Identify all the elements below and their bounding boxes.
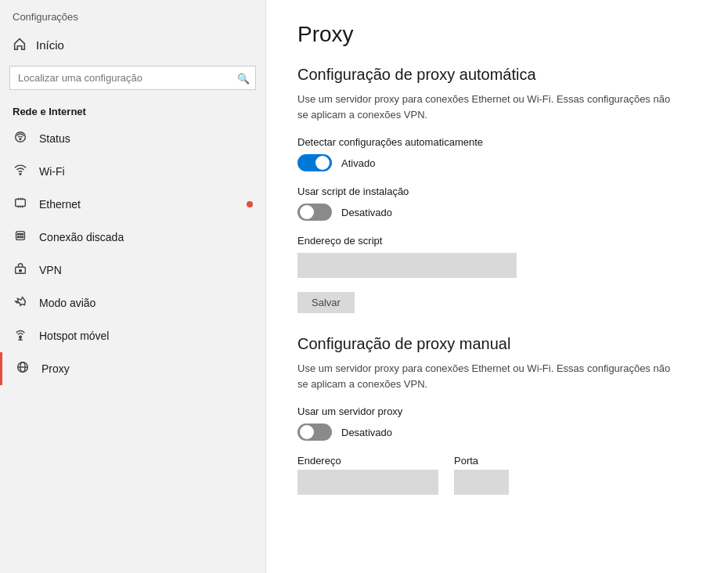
script-toggle-row: Desativado (297, 204, 697, 221)
svg-point-5 (17, 233, 19, 235)
sidebar-item-vpn-label: VPN (39, 264, 62, 276)
ethernet-dot-indicator (247, 201, 253, 207)
main-content: Proxy Configuração de proxy automática U… (266, 0, 728, 573)
detect-toggle-text: Ativado (341, 157, 375, 169)
manual-section-title: Configuração de proxy manual (297, 335, 697, 353)
script-address-label: Endereço de script (297, 235, 697, 247)
svg-point-7 (22, 233, 23, 235)
port-label: Porta (454, 455, 509, 467)
sidebar-item-conexao-label: Conexão discada (39, 231, 124, 243)
use-proxy-setting: Usar um servidor proxy Desativado (297, 405, 697, 441)
script-address-input[interactable] (297, 253, 517, 278)
sidebar-item-hotspot[interactable]: Hotspot móvel (0, 319, 265, 352)
proxy-toggle-row: Desativado (297, 423, 697, 441)
svg-point-12 (20, 269, 22, 272)
search-input[interactable] (9, 66, 256, 90)
auto-section-title: Configuração de proxy automática (297, 66, 697, 84)
page-title: Proxy (297, 22, 697, 47)
auto-section-desc: Use um servidor proxy para conexões Ethe… (297, 92, 673, 122)
home-icon (13, 37, 27, 53)
detect-toggle[interactable] (297, 154, 332, 171)
proxy-toggle-knob (300, 425, 314, 439)
search-icon: 🔍 (237, 72, 250, 84)
aviao-icon (13, 294, 28, 312)
script-setting: Usar script de instalação Desativado (297, 186, 697, 221)
sidebar-item-aviao[interactable]: Modo avião (0, 286, 265, 319)
detect-toggle-knob (315, 156, 330, 170)
sidebar-item-ethernet-label: Ethernet (39, 198, 81, 211)
svg-point-13 (20, 336, 22, 338)
sidebar-item-wifi[interactable]: Wi-Fi (0, 155, 265, 188)
sidebar-item-aviao-label: Modo avião (39, 297, 96, 309)
sidebar-item-proxy-label: Proxy (41, 362, 70, 375)
svg-rect-3 (16, 200, 26, 207)
address-port-row: Endereço Porta (297, 455, 697, 495)
status-icon (13, 130, 28, 147)
svg-point-2 (20, 174, 21, 175)
sidebar-item-hotspot-label: Hotspot móvel (39, 330, 109, 342)
conexao-icon (13, 229, 28, 246)
sidebar-header: Configurações (0, 0, 265, 29)
home-label: Início (36, 38, 64, 52)
detect-auto-setting: Detectar configurações automaticamente A… (297, 136, 697, 171)
sidebar-section-title: Rede e Internet (0, 99, 265, 122)
script-label: Usar script de instalação (297, 186, 697, 197)
svg-point-1 (20, 139, 21, 140)
address-field-group: Endereço (297, 455, 438, 495)
script-toggle[interactable] (297, 204, 332, 221)
svg-rect-4 (16, 232, 25, 240)
detect-toggle-row: Ativado (297, 154, 697, 171)
proxy-icon (15, 360, 31, 377)
svg-point-9 (20, 236, 21, 238)
detect-label: Detectar configurações automaticamente (297, 136, 697, 148)
script-toggle-text: Desativado (341, 207, 392, 218)
vpn-icon (13, 261, 28, 279)
hotspot-icon (13, 327, 28, 344)
sidebar-item-ethernet[interactable]: Ethernet (0, 188, 265, 221)
proxy-toggle[interactable] (297, 423, 332, 441)
port-input[interactable] (454, 470, 509, 495)
search-container: 🔍 (9, 66, 256, 90)
sidebar-item-proxy[interactable]: Proxy (0, 352, 265, 385)
sidebar-item-wifi-label: Wi-Fi (39, 165, 65, 178)
address-input[interactable] (297, 470, 438, 495)
script-address-setting: Endereço de script (297, 235, 697, 278)
svg-point-6 (20, 233, 21, 235)
port-field-group: Porta (454, 455, 509, 495)
sidebar: Configurações Início 🔍 Rede e Internet S… (0, 0, 266, 573)
save-button[interactable]: Salvar (297, 292, 355, 313)
sidebar-item-status[interactable]: Status (0, 122, 265, 155)
proxy-toggle-text: Desativado (341, 427, 392, 438)
sidebar-item-vpn[interactable]: VPN (0, 254, 265, 286)
ethernet-icon (13, 196, 28, 213)
svg-point-10 (22, 236, 23, 238)
use-proxy-label: Usar um servidor proxy (297, 405, 697, 417)
sidebar-item-status-label: Status (39, 132, 70, 145)
script-toggle-knob (300, 205, 314, 219)
sidebar-item-conexao[interactable]: Conexão discada (0, 221, 265, 254)
manual-section-desc: Use um servidor proxy para conexões Ethe… (297, 361, 673, 391)
address-label: Endereço (297, 455, 438, 467)
sidebar-item-home[interactable]: Início (0, 29, 265, 61)
svg-point-8 (17, 236, 19, 238)
wifi-icon (13, 163, 28, 180)
